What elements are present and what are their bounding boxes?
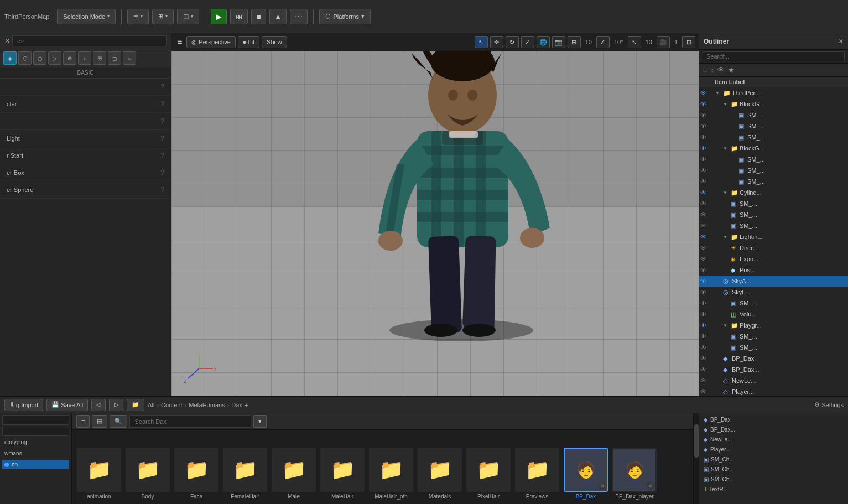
tree-item-thirdper[interactable]: 👁 ▼ 📁 ThirdPer...: [699, 87, 848, 98]
more-button[interactable]: ⋯: [290, 9, 308, 24]
tree-item-sm5[interactable]: 👁 ▣ SM_...: [699, 165, 848, 176]
outliner-search-input[interactable]: [703, 51, 845, 61]
asset-malehair-pfn[interactable]: 📁 MaleHair_pfn: [368, 448, 414, 500]
asset-body[interactable]: 📁 Body: [125, 448, 170, 500]
tree-item-lighting[interactable]: 👁 ▼ 📁 Lightin...: [699, 231, 848, 242]
tree-item-sm11[interactable]: 👁 ▣ SM_...: [699, 331, 848, 342]
import-button[interactable]: ⬇ g Import: [4, 399, 43, 411]
folder-button[interactable]: 📁: [127, 399, 144, 411]
tree-item-playgr[interactable]: 👁 ▼ 📁 Playgr...: [699, 320, 848, 331]
skip-forward-button[interactable]: ⏭: [230, 9, 248, 24]
asset-face[interactable]: 📁 Face: [174, 448, 219, 500]
vis-icon[interactable]: 👁: [699, 377, 707, 384]
breadcrumb-all[interactable]: All: [148, 402, 154, 408]
rp-item-newle[interactable]: ◆ NewLe...: [701, 435, 846, 444]
tree-item-sm2[interactable]: 👁 ▣ SM_...: [699, 121, 848, 132]
asset-search-input[interactable]: [129, 415, 251, 428]
angle-icon[interactable]: ∠: [596, 36, 610, 48]
search-icon-btn[interactable]: 🔍: [110, 415, 127, 428]
info-icon-empty[interactable]: ?: [160, 117, 164, 125]
vis-icon[interactable]: 👁: [699, 300, 707, 306]
lit-button[interactable]: ● Lit: [238, 36, 259, 48]
vis-icon[interactable]: 👁: [699, 355, 707, 362]
mode-icon-5[interactable]: ⊕: [63, 51, 76, 65]
world-icon[interactable]: 🌐: [537, 36, 550, 48]
vis-icon[interactable]: 👁: [699, 189, 707, 196]
vis-icon[interactable]: 👁: [699, 388, 707, 395]
outliner-close-button[interactable]: ✕: [838, 38, 844, 45]
rp-item-bpdax2[interactable]: ◆ BP_Dax...: [701, 425, 846, 434]
selection-mode-button[interactable]: Selection Mode ▾: [57, 9, 116, 24]
tree-item-player[interactable]: 👁 ◇ Player...: [699, 386, 848, 396]
panel-item-sphere[interactable]: er Sphere ?: [0, 181, 171, 199]
tree-item-sm4[interactable]: 👁 ▣ SM_...: [699, 154, 848, 165]
rotate-icon[interactable]: ↻: [506, 36, 519, 48]
panel-item-cter[interactable]: cter ?: [0, 96, 171, 113]
scale-icon[interactable]: ⤢: [521, 36, 534, 48]
asset-femalehair[interactable]: 📁 FemaleHair: [222, 448, 268, 500]
vis-icon[interactable]: 👁: [699, 200, 707, 207]
camera-icon[interactable]: 📷: [552, 36, 565, 48]
rp-item-player[interactable]: ◆ Player...: [701, 445, 846, 454]
view-options-button[interactable]: ▤: [92, 415, 107, 428]
vis-icon[interactable]: 👁: [699, 278, 707, 284]
mode-icon-9[interactable]: ○: [123, 51, 136, 65]
search-input[interactable]: [12, 35, 167, 46]
close-panel-button[interactable]: ✕: [4, 37, 10, 45]
tree-item-bpdax2[interactable]: 👁 ◆ BP_Dax...: [699, 364, 848, 375]
mode-icon-1[interactable]: ◈: [3, 51, 17, 65]
outliner-filter-btn[interactable]: ≡: [703, 65, 708, 75]
mode-icon-4[interactable]: ▷: [48, 51, 61, 65]
bl-item-prototyping[interactable]: ototyping: [2, 438, 69, 447]
camera-speed-btn[interactable]: 🎥: [657, 36, 670, 48]
build-btn[interactable]: ◫ ▾: [177, 9, 199, 24]
vis-icon[interactable]: 👁: [699, 256, 707, 262]
eject-button[interactable]: ▲: [269, 9, 287, 24]
asset-bp-dax[interactable]: 🧑 ⚙ BP_Dax: [563, 448, 608, 500]
tree-item-blockg2[interactable]: 👁 ▼ 📁 BlockG...: [699, 143, 848, 154]
vis-icon[interactable]: 👁: [699, 333, 707, 340]
select-mode-icon[interactable]: ↖: [475, 36, 488, 48]
breadcrumb-content[interactable]: Content: [161, 402, 183, 408]
mode-icon-2[interactable]: ⬡: [18, 51, 32, 65]
panel-item-0[interactable]: ?: [0, 79, 171, 96]
breadcrumb-dax[interactable]: Dax: [231, 402, 242, 408]
vis-icon[interactable]: 👁: [699, 134, 707, 141]
vis-icon[interactable]: 👁: [699, 289, 707, 295]
panel-item-empty[interactable]: ?: [0, 113, 171, 130]
translate-icon[interactable]: ✛: [490, 36, 503, 48]
tree-item-skyl[interactable]: 👁 ◎ SkyL...: [699, 287, 848, 298]
snap-btn[interactable]: ⊞ ▾: [152, 9, 174, 24]
rp-item-bpdax[interactable]: ◆ BP_Dax: [701, 415, 846, 424]
tree-item-newle[interactable]: 👁 ◇ NewLe...: [699, 375, 848, 386]
maximize-icon[interactable]: ⊡: [682, 36, 695, 48]
vis-icon[interactable]: 👁: [699, 344, 707, 351]
vis-icon[interactable]: 👁: [699, 178, 707, 185]
asset-malehair[interactable]: 📁 MaleHair: [320, 448, 365, 500]
stop-button[interactable]: ■: [251, 9, 266, 24]
outliner-sort-btn[interactable]: ↕: [710, 65, 715, 75]
tree-item-directional[interactable]: 👁 ☀ Direc...: [699, 242, 848, 253]
tree-item-bpdax[interactable]: 👁 ◆ BP_Dax: [699, 353, 848, 364]
bottom-left-search[interactable]: [2, 415, 69, 425]
vis-icon[interactable]: 👁: [699, 112, 707, 118]
show-button[interactable]: Show: [262, 36, 287, 48]
vis-icon[interactable]: 👁: [699, 222, 707, 229]
mode-icon-8[interactable]: ◻: [108, 51, 121, 65]
tree-item-sm12[interactable]: 👁 ▣ SM_...: [699, 342, 848, 353]
rp-item-textr[interactable]: T TextR...: [701, 485, 846, 493]
vis-icon[interactable]: 👁: [699, 101, 707, 107]
history-back-button[interactable]: ◁: [91, 399, 106, 411]
vis-icon[interactable]: 👁: [699, 211, 707, 218]
tree-item-volu[interactable]: 👁 ◫ Volu...: [699, 309, 848, 320]
dropdown-btn[interactable]: ▾: [253, 415, 267, 428]
vis-icon[interactable]: 👁: [699, 123, 707, 129]
vis-icon[interactable]: 👁: [699, 322, 707, 329]
vis-icon[interactable]: 👁: [699, 156, 707, 163]
info-icon-box[interactable]: ?: [160, 169, 164, 176]
info-icon-0[interactable]: ?: [160, 83, 164, 91]
vis-icon[interactable]: 👁: [699, 245, 707, 251]
asset-animation[interactable]: 📁 animation: [76, 448, 122, 500]
tree-item-blockg1[interactable]: 👁 ▼ 📁 BlockG...: [699, 98, 848, 110]
bl-item-wmans[interactable]: wmans: [2, 449, 69, 458]
